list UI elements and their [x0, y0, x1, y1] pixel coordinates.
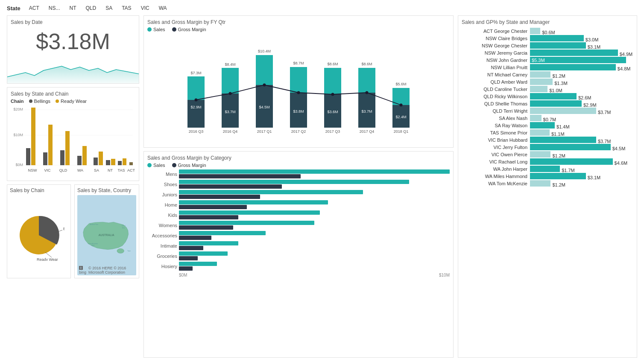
- svg-text:2017 Q3: 2017 Q3: [325, 129, 340, 134]
- cat-bar-group: [179, 262, 450, 271]
- state-chain-svg: $20M $10M $0M NSW VI: [11, 105, 135, 174]
- svg-rect-7: [26, 148, 30, 165]
- gp-row-label: NSW Jeremy Garcia: [462, 50, 530, 55]
- cat-sales-bar: [179, 251, 228, 256]
- state-btn-vic[interactable]: VIC: [139, 4, 151, 12]
- cat-label: Kids: [147, 213, 177, 218]
- gp-bar: [530, 158, 613, 165]
- gp-row: WA Miles Hammond$3.1M: [462, 173, 633, 179]
- gp-value: $3.1M: [588, 175, 601, 180]
- gp-bar: [530, 35, 584, 41]
- gp-value: $1.2M: [552, 182, 565, 187]
- gp-row-label: VIC Owen Pierce: [462, 152, 530, 157]
- state-btn-ns...[interactable]: NS...: [47, 4, 62, 12]
- gp-row-label: ACT George Chester: [462, 29, 530, 34]
- svg-text:$8.4M: $8.4M: [225, 62, 235, 67]
- gp-row-label: NSW George Chester: [462, 43, 530, 48]
- gp-bar-wrap: $2.9M: [530, 100, 633, 107]
- gp-bar: [530, 42, 586, 49]
- gp-row: SA Ray Watson$1.4M: [462, 122, 633, 128]
- gm-legend-label: Gross Margin: [178, 27, 206, 32]
- gp-row: QLD Shellie Thomas$2.9M: [462, 100, 633, 107]
- svg-text:VIC: VIC: [44, 168, 51, 172]
- svg-rect-16: [77, 156, 82, 165]
- gp-value: $3.7M: [598, 139, 611, 144]
- gp-bar: [530, 173, 586, 179]
- gp-bar: [530, 180, 550, 187]
- sales-state-chain-title: Sales by State and Chain: [11, 91, 135, 97]
- category-legend: Sales Gross Margin: [147, 163, 450, 168]
- gp-row-label: QLD Amber Ward: [462, 79, 530, 85]
- gp-row-label: VIC Rachael Long: [462, 159, 530, 164]
- gp-bar: [530, 64, 616, 70]
- gp-rows: ACT George Chester$0.6MNSW Claire Bridge…: [462, 28, 633, 187]
- state-chain-chart: $20M $10M $0M NSW VI: [11, 105, 135, 174]
- gp-row: QLD Amber Ward$1.3M: [462, 79, 633, 85]
- svg-text:$8.7M: $8.7M: [293, 61, 304, 65]
- gp-manager-panel: Sales and GP% by State and Manager ACT G…: [458, 15, 637, 358]
- svg-text:Great Australian: Great Australian: [88, 243, 98, 245]
- gp-bar-wrap: $4.6M: [530, 158, 633, 165]
- state-btn-sa[interactable]: SA: [104, 4, 114, 12]
- sales-total-value: $3.18M: [36, 29, 110, 54]
- state-btn-qld[interactable]: QLD: [84, 4, 98, 12]
- cat-sales-legend: Sales: [147, 163, 165, 168]
- category-bars: MensShoesJuniorsHomeKidsWomensAccessorie…: [147, 169, 450, 272]
- readywear-dot: [56, 99, 59, 103]
- cat-gm-bar: [179, 266, 193, 271]
- cat-x-0: $0M: [179, 273, 187, 277]
- svg-text:TAS: TAS: [118, 168, 125, 172]
- svg-text:$2.4M: $2.4M: [395, 115, 406, 119]
- gp-bar-wrap: $4.8M: [530, 64, 633, 70]
- svg-text:SA: SA: [94, 168, 99, 172]
- gp-row: QLD Terri Wright$3.7M: [462, 108, 633, 114]
- svg-text:2017 Q4: 2017 Q4: [360, 129, 375, 134]
- gp-bar-wrap: $3.1M: [530, 173, 633, 179]
- svg-text:2017 Q1: 2017 Q1: [257, 129, 272, 134]
- cat-row: Intimate: [147, 241, 450, 250]
- svg-line-34: [45, 252, 52, 257]
- cat-sales-bar: [179, 180, 409, 184]
- cat-sales-bar: [179, 190, 363, 194]
- svg-rect-22: [106, 160, 110, 165]
- category-chart-panel: Sales and Gross Margin by Category Sales…: [143, 151, 454, 358]
- svg-text:$5.6M: $5.6M: [395, 82, 406, 86]
- gp-value: $1.3M: [554, 81, 568, 86]
- pie-chart-svg: Bellings Ready Wear: [13, 210, 64, 261]
- readywear-label: Ready Wear: [61, 99, 87, 104]
- svg-text:$8.6M: $8.6M: [327, 62, 338, 66]
- state-btn-act[interactable]: ACT: [27, 4, 41, 12]
- cat-gm-bar: [179, 195, 260, 199]
- gp-bar: [530, 151, 550, 158]
- state-btn-wa[interactable]: WA: [157, 4, 169, 12]
- sales-legend-dot: [147, 27, 152, 32]
- gp-bar-wrap: $1.2M: [530, 71, 633, 78]
- gp-value: $1.7M: [562, 168, 575, 173]
- cat-x-10: $10M: [439, 273, 450, 277]
- gp-value-inside: $5.3M: [530, 58, 545, 63]
- cat-row: Groceries: [147, 251, 450, 260]
- gp-row-label: QLD Caroline Tucker: [462, 87, 530, 92]
- gp-bar-wrap: $1.2M: [530, 180, 633, 187]
- state-btn-tas[interactable]: TAS: [120, 4, 133, 12]
- cat-row: Shoes: [147, 180, 450, 189]
- gp-bar-wrap: $1.4M: [530, 122, 633, 128]
- gp-row: VIC Brian Hubbard$3.7M: [462, 137, 633, 143]
- sales-legend-item: Sales: [147, 27, 165, 32]
- cat-row: Hosiery: [147, 262, 450, 271]
- state-btn-nt[interactable]: NT: [67, 4, 78, 12]
- gp-bar: $5.3M: [530, 57, 626, 63]
- gp-bar-wrap: $1.2M: [530, 151, 633, 158]
- gp-bar-wrap: $1.1M: [530, 129, 633, 136]
- gp-value: $1.2M: [552, 73, 565, 79]
- cat-row: Accessories: [147, 231, 450, 240]
- svg-rect-26: [123, 158, 126, 165]
- gp-bar: [530, 71, 550, 78]
- cat-label: Shoes: [147, 182, 177, 187]
- cat-sales-bar: [179, 231, 266, 235]
- sales-area-chart: [7, 58, 139, 83]
- gp-value: $2.6M: [578, 95, 591, 100]
- svg-point-83: [263, 84, 266, 87]
- cat-label: Hosiery: [147, 264, 177, 269]
- svg-text:Arafura Sea: Arafura Sea: [90, 224, 99, 225]
